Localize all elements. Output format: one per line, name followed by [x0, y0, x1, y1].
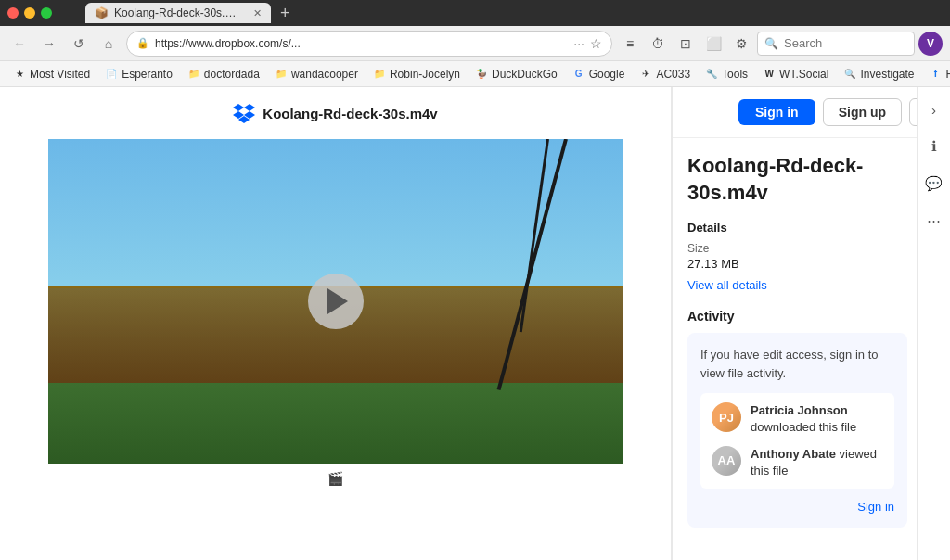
history-icon: ⏱: [651, 36, 664, 51]
facebook-icon: f: [930, 68, 943, 81]
size-value: 27.13 MB: [687, 257, 907, 271]
view-all-details-link[interactable]: View all details: [687, 278, 907, 292]
bookmark-label: Esperanto: [122, 68, 173, 81]
search-box[interactable]: 🔍: [757, 32, 915, 56]
forward-icon: →: [43, 36, 56, 51]
tab-close-icon[interactable]: ✕: [253, 7, 262, 19]
media-icon: ⬜: [706, 36, 722, 51]
right-file-name: Koolang-Rd-deck-30s.m4v: [687, 153, 907, 206]
main-area: Koolang-Rd-deck-30s.m4v 🎬 Sign in: [0, 87, 950, 560]
dropbox-logo: [233, 102, 255, 124]
activity-sign-in-link[interactable]: Sign in: [857, 500, 894, 514]
play-button[interactable]: [308, 274, 364, 329]
bookmark-label: Investigate: [860, 68, 914, 81]
info-button[interactable]: ℹ: [921, 134, 947, 159]
bookmark-ac033[interactable]: ✈ AC033: [634, 66, 696, 83]
bookmarks-bar: ★ Most Visited 📄 Esperanto 📁 doctordada …: [0, 61, 950, 87]
tab-overview-button[interactable]: ⊡: [674, 32, 698, 56]
bookmark-robin-jocelyn[interactable]: 📁 Robin-Jocelyn: [367, 66, 466, 83]
bookmark-investigate[interactable]: 🔍 Investigate: [838, 66, 919, 83]
avatar-initials: AA: [718, 453, 736, 467]
extensions-icon: ⚙: [736, 36, 748, 51]
tab-overview-icon: ⊡: [680, 36, 691, 51]
bookmark-label: Google: [589, 68, 625, 81]
address-text: https://www.dropbox.com/s/...: [155, 37, 568, 50]
nav-bar: ← → ↺ ⌂ 🔒 https://www.dropbox.com/s/... …: [0, 26, 950, 61]
arrow-right-icon: ›: [931, 102, 936, 118]
collapse-sidebar-button[interactable]: ›: [921, 96, 947, 122]
search-icon: 🔍: [764, 37, 778, 50]
avatar-anthony: AA: [712, 446, 741, 476]
investigate-icon: 🔍: [843, 68, 856, 81]
search-input[interactable]: [757, 32, 915, 56]
address-options-icon[interactable]: ···: [573, 36, 584, 51]
home-icon: ⌂: [105, 36, 112, 51]
activity-section-title: Activity: [687, 309, 907, 324]
profile-initial: V: [927, 37, 934, 50]
comments-button[interactable]: 💬: [921, 171, 947, 197]
avatar-patricia: PJ: [712, 402, 741, 432]
nav-right-icons: ≡ ⏱ ⊡ ⬜ ⚙ 🔍 V: [618, 32, 943, 56]
video-info-icon: 🎬: [327, 471, 343, 486]
activity-text-patricia: Patricia Johnson downloaded this file: [751, 402, 883, 436]
video-player[interactable]: [48, 139, 623, 464]
bookmark-esperanto[interactable]: 📄 Esperanto: [99, 66, 178, 83]
bookmark-duckduckgo[interactable]: 🦆 DuckDuckGo: [469, 66, 563, 83]
bookmark-facebook[interactable]: f Facebook: [924, 66, 951, 83]
sign-up-button[interactable]: Sign up: [823, 98, 902, 126]
new-tab-button[interactable]: +: [280, 4, 290, 23]
bookmark-wandacooper[interactable]: 📁 wandacooper: [269, 66, 364, 83]
lock-icon: 🔒: [136, 37, 149, 49]
bookmark-label: wandacooper: [291, 68, 358, 81]
sign-in-link-area: Sign in: [700, 498, 894, 515]
bookmark-star-icon[interactable]: ☆: [590, 36, 602, 51]
bookmark-label: Robin-Jocelyn: [390, 68, 460, 81]
ellipsis-icon: ⋯: [927, 212, 941, 229]
address-bar[interactable]: 🔒 https://www.dropbox.com/s/... ··· ☆: [126, 31, 612, 57]
left-panel-bottom: 🎬: [313, 464, 358, 493]
bookmark-tools[interactable]: 🔧 Tools: [700, 66, 753, 83]
bookmark-wtsocial[interactable]: W WT.Social: [757, 66, 834, 83]
folder-icon: 📁: [275, 68, 288, 81]
bookmark-doctordada[interactable]: 📁 doctordada: [182, 66, 265, 83]
home-button[interactable]: ⌂: [96, 32, 121, 56]
bookmark-label: Most Visited: [30, 68, 90, 81]
dropbox-favicon: 📦: [95, 6, 109, 19]
bookmark-most-visited[interactable]: ★ Most Visited: [7, 66, 96, 83]
media-button[interactable]: ⬜: [701, 32, 725, 56]
reader-view-button[interactable]: ≡: [618, 32, 642, 56]
maximize-button[interactable]: [41, 7, 52, 19]
sidebar-icons: › ℹ 💬 ⋯: [917, 87, 950, 560]
minimize-button[interactable]: [24, 7, 35, 19]
close-button[interactable]: [7, 7, 19, 19]
more-options-button[interactable]: ⋯: [921, 208, 947, 234]
user-name: Patricia Johnson: [751, 403, 848, 417]
left-panel: Koolang-Rd-deck-30s.m4v 🎬: [0, 87, 672, 560]
reload-button[interactable]: ↺: [67, 32, 91, 56]
bookmark-google[interactable]: G Google: [567, 66, 631, 83]
right-content: Koolang-Rd-deck-30s.m4v Details Size 27.…: [673, 138, 950, 560]
bookmark-label: doctordada: [204, 68, 260, 81]
activity-info-box: If you have edit access, sign in to view…: [687, 333, 907, 528]
duckduckgo-icon: 🦆: [475, 68, 488, 81]
forward-button[interactable]: →: [37, 32, 61, 56]
bookmark-label: AC033: [656, 68, 690, 81]
activity-action: downloaded this file: [751, 420, 856, 434]
reader-icon: ≡: [626, 36, 634, 51]
title-bar: 📦 Koolang-Rd-deck-30s.m4v ✕ +: [0, 0, 950, 26]
user-name: Anthony Abate: [751, 447, 836, 461]
page-file-name: Koolang-Rd-deck-30s.m4v: [263, 106, 437, 121]
extensions-button[interactable]: ⚙: [729, 32, 753, 56]
sign-in-button[interactable]: Sign in: [738, 99, 815, 125]
activity-info-text: If you have edit access, sign in to view…: [700, 346, 894, 382]
bookmark-label: Facebook: [946, 68, 951, 81]
history-button[interactable]: ⏱: [646, 32, 670, 56]
comment-icon: 💬: [925, 175, 943, 192]
star-icon: ★: [13, 68, 26, 81]
activity-text-anthony: Anthony Abate viewed this file: [751, 446, 883, 479]
profile-avatar[interactable]: V: [918, 32, 943, 56]
back-button[interactable]: ←: [7, 32, 32, 56]
folder-icon: 📁: [187, 68, 200, 81]
activity-item: AA Anthony Abate viewed this file: [712, 446, 883, 479]
bookmark-label: Tools: [722, 68, 748, 81]
